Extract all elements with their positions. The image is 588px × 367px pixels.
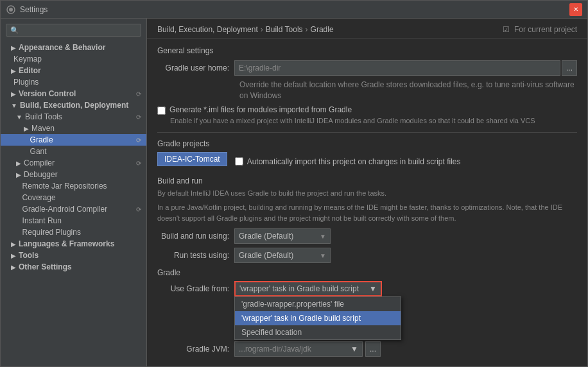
sidebar-item-label: Plugins bbox=[13, 78, 39, 87]
sidebar-item-gant[interactable]: Gant bbox=[1, 146, 146, 157]
general-settings-title: General settings bbox=[157, 46, 577, 55]
build-run-section: Build and run By default IntelliJ IDEA u… bbox=[157, 176, 577, 224]
build-run-using-row: Build and run using: Gradle (Default) ▼ bbox=[157, 228, 577, 244]
run-tests-row: Run tests using: Gradle (Default) ▼ bbox=[157, 248, 577, 263]
svg-point-0 bbox=[9, 8, 13, 12]
use-gradle-from-select[interactable]: 'wrapper' task in Gradle build script ▼ bbox=[234, 281, 382, 296]
sidebar-item-label: Keymap bbox=[13, 55, 42, 64]
gradle-user-home-input[interactable] bbox=[234, 60, 560, 76]
sidebar-item-label: Instant Run bbox=[22, 216, 62, 225]
sidebar-item-compiler[interactable]: ▶ Compiler ⟳ bbox=[1, 157, 146, 169]
sidebar-item-tools[interactable]: ▶ Tools bbox=[1, 250, 146, 261]
gradle-jvm-label: Gradle JVM: bbox=[157, 345, 234, 354]
sidebar-item-label: Gradle-Android Compiler bbox=[22, 205, 108, 214]
gradle-label: Gradle bbox=[157, 268, 577, 277]
gradle-user-home-browse-button[interactable]: ... bbox=[562, 60, 577, 76]
generate-iml-label: Generate *.iml files for modules importe… bbox=[169, 105, 352, 114]
gradle-tab-row: IDEA-IC-Tomcat Automatically import this… bbox=[157, 152, 577, 171]
sync-icon: ⟳ bbox=[136, 160, 141, 167]
for-current-project: ☑ For current project bbox=[503, 25, 577, 34]
gradle-jvm-select[interactable]: ...rogram-dir/Java/jdk ▼ bbox=[234, 341, 363, 357]
sidebar-item-other-settings[interactable]: ▶ Other Settings bbox=[1, 261, 146, 273]
sidebar-item-label: Editor bbox=[19, 66, 41, 75]
breadcrumb-part2: Build Tools bbox=[266, 25, 303, 34]
sidebar-item-languages[interactable]: ▶ Languages & Frameworks bbox=[1, 238, 146, 250]
sidebar-item-coverage[interactable]: Coverage bbox=[1, 192, 146, 203]
gradle-jvm-browse-button[interactable]: ... bbox=[365, 341, 381, 357]
sidebar-item-maven[interactable]: ▶ Maven bbox=[1, 123, 146, 134]
sync-icon: ⟳ bbox=[136, 206, 141, 213]
breadcrumb-part1: Build, Execution, Deployment bbox=[157, 25, 258, 34]
sidebar-item-debugger[interactable]: ▶ Debugger bbox=[1, 169, 146, 180]
settings-window: Settings ✕ 🔍 ▶ Appearance & Behavior Key… bbox=[0, 0, 588, 367]
sidebar-item-editor[interactable]: ▶ Editor bbox=[1, 65, 146, 76]
sidebar-item-label: Maven bbox=[31, 124, 55, 133]
build-run-using-select[interactable]: Gradle (Default) ▼ bbox=[234, 228, 331, 244]
gradle-tab[interactable]: IDEA-IC-Tomcat bbox=[157, 152, 227, 166]
auto-import-label: Automatically import this project on cha… bbox=[247, 157, 461, 166]
breadcrumb: Build, Execution, Deployment › Build Too… bbox=[157, 25, 334, 34]
sync-icon: ⟳ bbox=[136, 90, 141, 98]
sidebar: 🔍 ▶ Appearance & Behavior Keymap ▶ Edito… bbox=[1, 19, 147, 366]
build-run-using-label: Build and run using: bbox=[157, 232, 234, 241]
sync-icon: ⟳ bbox=[136, 137, 141, 144]
sidebar-search[interactable]: 🔍 bbox=[6, 24, 141, 37]
arrow-icon: ▶ bbox=[11, 44, 16, 51]
sidebar-item-plugins[interactable]: Plugins bbox=[1, 76, 146, 88]
gradle-projects-title: Gradle projects bbox=[157, 139, 577, 148]
use-gradle-dropdown-container: 'wrapper' task in Gradle build script ▼ … bbox=[234, 281, 382, 296]
sidebar-item-instant-run[interactable]: Instant Run bbox=[1, 215, 146, 226]
generate-iml-checkbox[interactable] bbox=[157, 107, 166, 115]
sidebar-item-keymap[interactable]: Keymap bbox=[1, 53, 146, 65]
sidebar-item-label: Other Settings bbox=[19, 262, 72, 271]
sidebar-item-label: Gradle bbox=[30, 135, 53, 144]
sidebar-item-build-exec[interactable]: ▼ Build, Execution, Deployment bbox=[1, 99, 146, 111]
use-gradle-dropdown-menu: 'gradle-wrapper.properties' file 'wrappe… bbox=[234, 296, 401, 340]
sidebar-item-version-control[interactable]: ▶ Version Control ⟳ bbox=[1, 88, 146, 99]
sidebar-item-remote-jar[interactable]: Remote Jar Repositories bbox=[1, 180, 146, 192]
main-body: General settings Gradle user home: ... O… bbox=[147, 38, 587, 364]
generate-iml-row: Generate *.iml files for modules importe… bbox=[157, 105, 577, 115]
sidebar-item-label: Languages & Frameworks bbox=[19, 239, 114, 248]
sidebar-item-required-plugins[interactable]: Required Plugins bbox=[1, 226, 146, 238]
sidebar-item-label: Required Plugins bbox=[22, 228, 81, 237]
sidebar-item-label: Tools bbox=[19, 251, 39, 260]
chevron-down-icon: ▼ bbox=[320, 252, 326, 259]
settings-icon bbox=[6, 4, 16, 15]
gradle-user-home-label: Gradle user home: bbox=[157, 64, 234, 73]
sidebar-item-label: Version Control bbox=[19, 89, 76, 98]
chevron-down-icon: ▼ bbox=[369, 284, 377, 293]
sidebar-item-gradle-android[interactable]: Gradle-Android Compiler ⟳ bbox=[1, 203, 146, 215]
build-run-desc1: By default IntelliJ IDEA uses Gradle to … bbox=[157, 188, 577, 199]
auto-import-checkbox[interactable] bbox=[235, 157, 243, 166]
sidebar-item-label: Build Tools bbox=[25, 112, 62, 121]
search-icon: 🔍 bbox=[10, 26, 19, 35]
breadcrumb-sep1: › bbox=[261, 25, 263, 34]
chevron-down-icon: ▼ bbox=[320, 233, 326, 240]
sidebar-item-gradle[interactable]: Gradle ⟳ bbox=[1, 134, 146, 146]
sidebar-item-appearance[interactable]: ▶ Appearance & Behavior bbox=[1, 42, 146, 53]
generate-iml-hint: Enable if you have a mixed project with … bbox=[170, 116, 577, 126]
sidebar-item-label: Appearance & Behavior bbox=[19, 43, 105, 52]
breadcrumb-part3: Gradle bbox=[311, 25, 334, 34]
run-tests-label: Run tests using: bbox=[157, 251, 234, 260]
sidebar-item-label: Compiler bbox=[24, 158, 55, 167]
close-button[interactable]: ✕ bbox=[569, 3, 582, 16]
search-input[interactable] bbox=[22, 26, 137, 35]
sidebar-item-build-tools[interactable]: ▼ Build Tools ⟳ bbox=[1, 111, 146, 123]
auto-import-row: Automatically import this project on cha… bbox=[235, 157, 461, 166]
breadcrumb-sep2: › bbox=[306, 25, 308, 34]
chevron-down-icon: ▼ bbox=[350, 345, 358, 354]
use-gradle-from-row: Use Gradle from: 'wrapper' task in Gradl… bbox=[157, 281, 577, 296]
dropdown-item-wrapper-task[interactable]: 'wrapper' task in Gradle build script bbox=[235, 311, 401, 325]
main-panel: Build, Execution, Deployment › Build Too… bbox=[147, 19, 587, 366]
sidebar-item-label: Coverage bbox=[22, 193, 56, 202]
dropdown-item-specified-location[interactable]: Specified location bbox=[235, 325, 401, 339]
build-run-title: Build and run bbox=[157, 176, 577, 185]
use-gradle-from-label: Use Gradle from: bbox=[157, 284, 234, 293]
run-tests-select[interactable]: Gradle (Default) ▼ bbox=[234, 248, 331, 263]
dropdown-item-wrapper-properties[interactable]: 'gradle-wrapper.properties' file bbox=[235, 297, 401, 311]
main-header: Build, Execution, Deployment › Build Too… bbox=[147, 19, 587, 38]
sidebar-item-label: Debugger bbox=[24, 170, 58, 179]
window-title: Settings bbox=[20, 5, 569, 14]
